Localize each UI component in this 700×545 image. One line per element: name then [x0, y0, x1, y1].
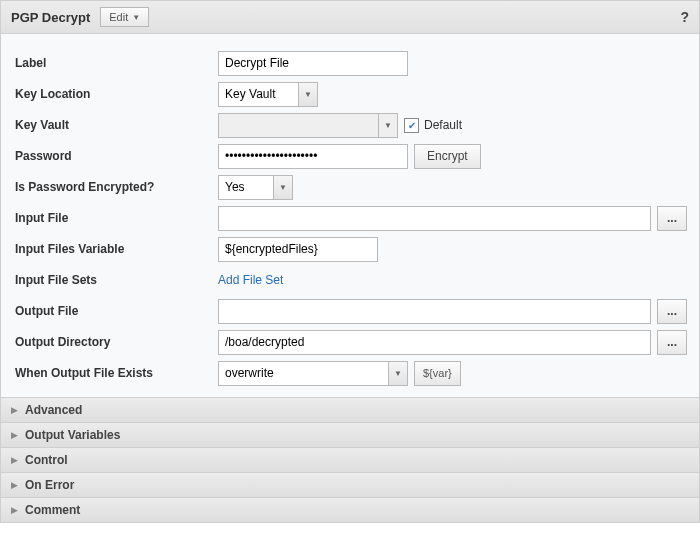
row-password: Password Encrypt — [13, 141, 687, 171]
row-key-vault: Key Vault ▼ ✔ Default — [13, 110, 687, 140]
field-label: When Output File Exists — [13, 366, 218, 380]
chevron-down-icon: ▼ — [394, 369, 402, 378]
field-label: Output File — [13, 304, 218, 318]
output-dir-browse-button[interactable]: ... — [657, 330, 687, 355]
help-icon[interactable]: ? — [680, 9, 689, 25]
input-file-input[interactable] — [218, 206, 651, 231]
row-when-exists: When Output File Exists ▼ ${var} — [13, 358, 687, 388]
section-on-error[interactable]: ▶ On Error — [1, 472, 699, 497]
panel-header: PGP Decrypt Edit ▼ ? — [1, 1, 699, 34]
output-dir-input[interactable] — [218, 330, 651, 355]
panel-title: PGP Decrypt — [11, 10, 90, 25]
section-title: Control — [25, 453, 68, 467]
field-label: Label — [13, 56, 218, 70]
row-output-file: Output File ... — [13, 296, 687, 326]
chevron-down-icon: ▼ — [384, 121, 392, 130]
when-exists-combo[interactable]: ▼ — [218, 361, 408, 386]
row-input-file: Input File ... — [13, 203, 687, 233]
row-label: Label — [13, 48, 687, 78]
label-input[interactable] — [218, 51, 408, 76]
chevron-right-icon: ▶ — [11, 505, 18, 515]
row-output-dir: Output Directory ... — [13, 327, 687, 357]
field-label: Password — [13, 149, 218, 163]
when-exists-input[interactable] — [218, 361, 388, 386]
key-vault-input — [218, 113, 378, 138]
field-label: Key Vault — [13, 118, 218, 132]
add-file-set-link[interactable]: Add File Set — [218, 273, 283, 287]
section-title: Advanced — [25, 403, 82, 417]
default-checkbox[interactable]: ✔ — [404, 118, 419, 133]
when-exists-dropdown-button[interactable]: ▼ — [388, 361, 408, 386]
key-vault-combo: ▼ — [218, 113, 398, 138]
is-encrypted-combo[interactable]: ▼ — [218, 175, 293, 200]
chevron-down-icon: ▼ — [279, 183, 287, 192]
default-checkbox-wrap[interactable]: ✔ Default — [404, 118, 462, 133]
key-vault-dropdown-button: ▼ — [378, 113, 398, 138]
section-title: On Error — [25, 478, 74, 492]
edit-button-label: Edit — [109, 11, 128, 23]
chevron-down-icon: ▼ — [132, 13, 140, 22]
is-encrypted-dropdown-button[interactable]: ▼ — [273, 175, 293, 200]
section-comment[interactable]: ▶ Comment — [1, 497, 699, 522]
pgp-decrypt-panel: PGP Decrypt Edit ▼ ? Label Key Location … — [0, 0, 700, 523]
chevron-right-icon: ▶ — [11, 480, 18, 490]
chevron-down-icon: ▼ — [304, 90, 312, 99]
encrypt-button[interactable]: Encrypt — [414, 144, 481, 169]
input-files-var-input[interactable] — [218, 237, 378, 262]
row-key-location: Key Location ▼ — [13, 79, 687, 109]
is-encrypted-input[interactable] — [218, 175, 273, 200]
chevron-right-icon: ▶ — [11, 455, 18, 465]
input-file-browse-button[interactable]: ... — [657, 206, 687, 231]
field-label: Input Files Variable — [13, 242, 218, 256]
key-location-combo[interactable]: ▼ — [218, 82, 318, 107]
var-button[interactable]: ${var} — [414, 361, 461, 386]
chevron-right-icon: ▶ — [11, 405, 18, 415]
field-label: Is Password Encrypted? — [13, 180, 218, 194]
form-body: Label Key Location ▼ Key Vault ▼ — [1, 34, 699, 397]
default-checkbox-label: Default — [424, 118, 462, 132]
section-output-variables[interactable]: ▶ Output Variables — [1, 422, 699, 447]
row-input-files-var: Input Files Variable — [13, 234, 687, 264]
section-advanced[interactable]: ▶ Advanced — [1, 397, 699, 422]
row-input-file-sets: Input File Sets Add File Set — [13, 265, 687, 295]
key-location-input[interactable] — [218, 82, 298, 107]
field-label: Output Directory — [13, 335, 218, 349]
field-label: Input File — [13, 211, 218, 225]
password-input[interactable] — [218, 144, 408, 169]
row-is-encrypted: Is Password Encrypted? ▼ — [13, 172, 687, 202]
field-label: Key Location — [13, 87, 218, 101]
field-label: Input File Sets — [13, 273, 218, 287]
output-file-browse-button[interactable]: ... — [657, 299, 687, 324]
output-file-input[interactable] — [218, 299, 651, 324]
section-title: Comment — [25, 503, 80, 517]
key-location-dropdown-button[interactable]: ▼ — [298, 82, 318, 107]
section-control[interactable]: ▶ Control — [1, 447, 699, 472]
chevron-right-icon: ▶ — [11, 430, 18, 440]
section-title: Output Variables — [25, 428, 120, 442]
edit-button[interactable]: Edit ▼ — [100, 7, 149, 27]
